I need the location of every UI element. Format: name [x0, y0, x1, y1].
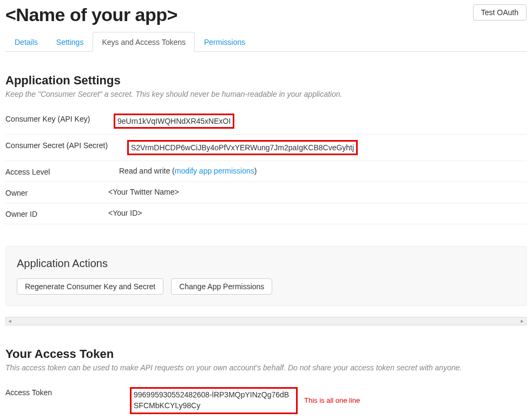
tab-bar: Details Settings Keys and Access Tokens …	[5, 32, 527, 52]
access-token-label: Access Token	[5, 387, 124, 397]
application-settings-section: Application Settings Keep the "Consumer …	[5, 74, 527, 224]
tab-settings[interactable]: Settings	[47, 32, 93, 52]
application-actions-heading: Application Actions	[17, 257, 515, 270]
owner-value: <Your Twitter Name>	[108, 188, 179, 196]
application-settings-subtitle: Keep the "Consumer Secret" a secret. Thi…	[5, 90, 527, 98]
application-actions-panel: Application Actions Regenerate Consumer …	[5, 246, 527, 306]
access-level-label: Access Level	[5, 167, 114, 176]
access-token-value: 996995930552482608-lRP3MQpYINzQg76dBSFCM…	[130, 387, 298, 414]
scroll-right-icon[interactable]: ►	[518, 317, 526, 325]
owner-id-label: Owner ID	[5, 209, 114, 218]
access-level-value: Read and write (modify app permissions)	[119, 167, 257, 175]
scroll-left-icon[interactable]: ◄	[6, 317, 14, 325]
application-settings-heading: Application Settings	[5, 74, 527, 88]
owner-id-value: <Your ID>	[108, 209, 142, 217]
owner-label: Owner	[5, 188, 114, 197]
access-token-subtitle: This access token can be used to make AP…	[5, 363, 527, 372]
access-token-heading: Your Access Token	[5, 347, 527, 361]
consumer-secret-label: Consumer Secret (API Secret)	[5, 140, 114, 150]
access-token-section: Your Access Token This access token can …	[5, 347, 527, 419]
tab-details[interactable]: Details	[5, 32, 47, 52]
one-line-note: This is all one line	[304, 396, 360, 404]
consumer-key-label: Consumer Key (API Key)	[5, 114, 114, 123]
change-permissions-button[interactable]: Change App Permissions	[171, 278, 272, 295]
horizontal-scrollbar[interactable]: ◄ ►	[5, 317, 527, 325]
consumer-secret-value: S2VrmDHCDP6wCiJBy4oPfVxYERWung7Jm2paIgKC…	[127, 140, 358, 155]
page-title: <Name of your app>	[5, 4, 178, 25]
modify-permissions-link[interactable]: modify app permissions	[175, 167, 254, 175]
regenerate-key-button[interactable]: Regenerate Consumer Key and Secret	[17, 278, 163, 295]
test-oauth-button[interactable]: Test OAuth	[473, 4, 527, 21]
consumer-key-value: 9eUrn1kVqIWQHNdXR45xNExOI	[114, 114, 234, 129]
tab-keys-tokens[interactable]: Keys and Access Tokens	[93, 32, 195, 52]
tab-permissions[interactable]: Permissions	[195, 32, 254, 52]
